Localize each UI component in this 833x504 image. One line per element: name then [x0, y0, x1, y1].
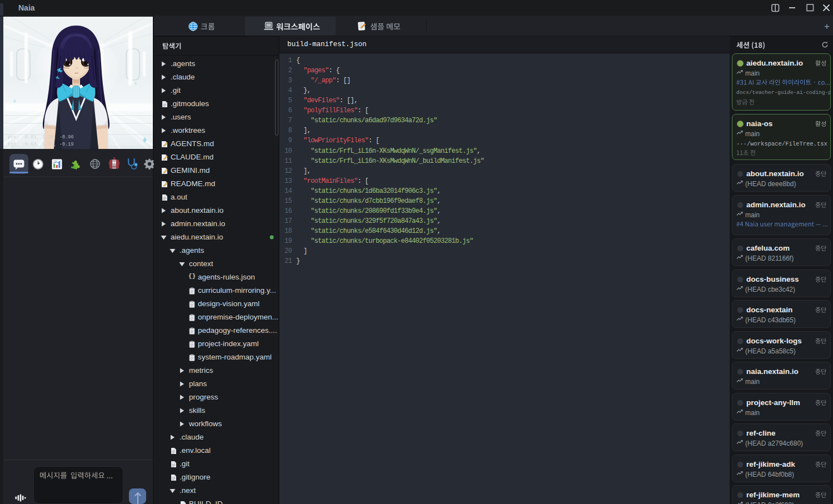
svg-text:pos: -0.01, 1.38, -0.96: pos: -0.01, 1.38, -0.96	[8, 134, 74, 140]
svg-text:tgt: -0.63, 1.37, -0.19: tgt: -0.63, 1.37, -0.19	[8, 142, 74, 147]
